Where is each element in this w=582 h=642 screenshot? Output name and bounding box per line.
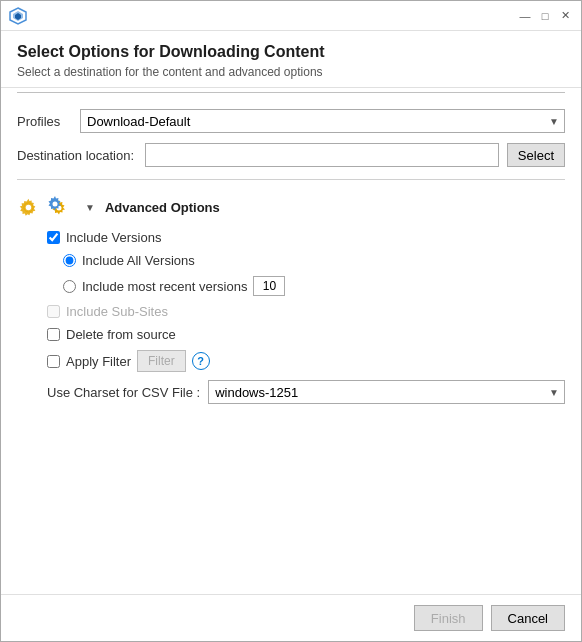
- include-recent-versions-row: Include most recent versions: [47, 276, 565, 296]
- header-divider: [17, 92, 565, 93]
- include-all-versions-label: Include All Versions: [82, 253, 195, 268]
- app-icon: [9, 7, 27, 25]
- main-window: — □ ✕ Select Options for Downloading Con…: [0, 0, 582, 642]
- include-sub-sites-row: Include Sub-Sites: [47, 304, 565, 319]
- footer-section: Finish Cancel: [1, 594, 581, 641]
- select-button[interactable]: Select: [507, 143, 565, 167]
- destination-input[interactable]: [145, 143, 499, 167]
- include-all-versions-radio[interactable]: [63, 254, 76, 267]
- include-versions-checkbox[interactable]: [47, 231, 60, 244]
- include-versions-row: Include Versions: [47, 230, 565, 245]
- advanced-options-content: Include Versions Include All Versions In…: [17, 230, 565, 404]
- include-recent-versions-radio[interactable]: [63, 280, 76, 293]
- close-button[interactable]: ✕: [557, 8, 573, 24]
- form-section: Profiles Download-Default ▼ Destination …: [1, 97, 581, 179]
- page-subtitle: Select a destination for the content and…: [17, 65, 565, 79]
- svg-point-5: [53, 202, 58, 207]
- charset-select[interactable]: windows-1251 UTF-8 ISO-8859-1: [208, 380, 565, 404]
- maximize-button[interactable]: □: [537, 8, 553, 24]
- include-recent-versions-label: Include most recent versions: [82, 279, 247, 294]
- apply-filter-label: Apply Filter: [66, 354, 131, 369]
- gear-icon: [17, 196, 39, 218]
- recent-versions-count-input[interactable]: [253, 276, 285, 296]
- profiles-label: Profiles: [17, 114, 72, 129]
- minimize-button[interactable]: —: [517, 8, 533, 24]
- profiles-row: Profiles Download-Default ▼: [17, 109, 565, 133]
- title-bar-controls: — □ ✕: [517, 8, 573, 24]
- include-sub-sites-label: Include Sub-Sites: [66, 304, 168, 319]
- profiles-select-wrapper: Download-Default ▼: [80, 109, 565, 133]
- title-bar: — □ ✕: [1, 1, 581, 31]
- svg-point-3: [26, 205, 32, 211]
- delete-from-source-row: Delete from source: [47, 327, 565, 342]
- finish-button[interactable]: Finish: [414, 605, 483, 631]
- advanced-title: Advanced Options: [105, 200, 220, 215]
- advanced-header: ▼ Advanced Options: [17, 196, 565, 218]
- include-all-versions-row: Include All Versions: [47, 253, 565, 268]
- cancel-button[interactable]: Cancel: [491, 605, 565, 631]
- gear-front-icon: [47, 196, 63, 212]
- apply-filter-checkbox[interactable]: [47, 355, 60, 368]
- delete-from-source-checkbox[interactable]: [47, 328, 60, 341]
- destination-label: Destination location:: [17, 148, 137, 163]
- collapse-arrow-icon[interactable]: ▼: [85, 202, 95, 213]
- spacer: [1, 412, 581, 594]
- include-sub-sites-checkbox[interactable]: [47, 305, 60, 318]
- advanced-section: ▼ Advanced Options Include Versions Incl…: [1, 188, 581, 412]
- charset-select-wrapper: windows-1251 UTF-8 ISO-8859-1 ▼: [208, 380, 565, 404]
- charset-label: Use Charset for CSV File :: [47, 385, 200, 400]
- filter-help-icon[interactable]: ?: [192, 352, 210, 370]
- delete-from-source-label: Delete from source: [66, 327, 176, 342]
- gear-icons-container: [47, 196, 73, 218]
- advanced-divider: [17, 179, 565, 180]
- page-title: Select Options for Downloading Content: [17, 43, 565, 61]
- include-versions-label: Include Versions: [66, 230, 161, 245]
- header-section: Select Options for Downloading Content S…: [1, 31, 581, 88]
- apply-filter-row: Apply Filter Filter ?: [47, 350, 565, 372]
- profiles-select[interactable]: Download-Default: [80, 109, 565, 133]
- destination-row: Destination location: Select: [17, 143, 565, 167]
- filter-button[interactable]: Filter: [137, 350, 186, 372]
- charset-row: Use Charset for CSV File : windows-1251 …: [47, 380, 565, 404]
- title-bar-left: [9, 7, 27, 25]
